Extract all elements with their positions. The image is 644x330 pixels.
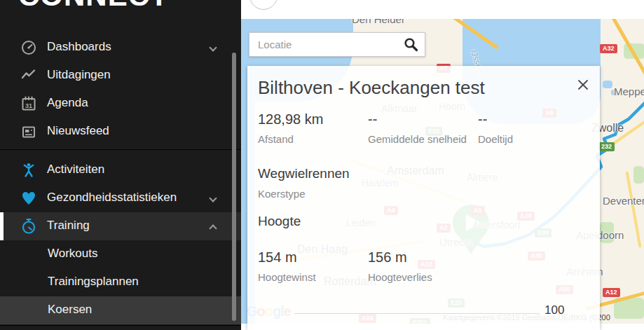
scale-slider-track[interactable] <box>294 313 540 314</box>
elevation-heading: Hoogte <box>258 214 301 229</box>
main-area: Den Helder Meppel Zwolle Deventer Apeldo… <box>241 0 644 330</box>
highway-shield: A32 <box>600 44 617 53</box>
heart-icon <box>20 190 37 207</box>
sidebar: CONNECT Dashboards Uitdagingen 31 Agenda <box>0 0 241 330</box>
search-button[interactable] <box>402 36 420 55</box>
newsfeed-icon <box>20 123 37 140</box>
map-green-area <box>633 166 644 184</box>
sidebar-scrollbar[interactable] <box>232 53 236 321</box>
sidebar-item-activiteiten[interactable]: Activiteiten <box>0 156 241 184</box>
sidebar-item-label: Dashboards <box>47 40 111 54</box>
sidebar-item-label: Agenda <box>47 96 88 110</box>
elevation-gain-value: 154 m <box>258 249 297 266</box>
sidebar-item-koersen[interactable]: Koersen <box>0 296 241 324</box>
sidebar-item-label: Nieuwsfeed <box>47 124 109 138</box>
sidebar-item-training[interactable]: Training <box>0 212 241 240</box>
sidebar-item-label: Gezondheidsstatistieken <box>47 191 177 205</box>
course-detail-panel: Bilthoven - Koeckangen test 128,98 km Af… <box>247 66 600 330</box>
sidebar-item-label: Uitdagingen <box>47 68 111 82</box>
chevron-down-icon <box>209 194 217 202</box>
garmin-connect-app: CONNECT Dashboards Uitdagingen 31 Agenda <box>0 0 644 330</box>
activity-person-icon <box>20 162 37 179</box>
chevron-down-icon <box>209 43 217 51</box>
sidebar-divider <box>0 149 241 150</box>
close-icon <box>577 78 589 91</box>
avg-speed-label: Gemiddelde snelheid <box>368 133 467 145</box>
trend-icon <box>20 67 37 84</box>
map-label-city: Meppel <box>614 85 644 97</box>
sidebar-divider <box>0 325 241 326</box>
sidebar-item-agenda[interactable]: 31 Agenda <box>0 90 241 118</box>
elevation-loss-label: Hoogteverlies <box>368 271 432 283</box>
distance-value: 128,98 km <box>258 111 323 128</box>
stopwatch-icon <box>20 218 37 235</box>
scale-value: 100 <box>544 303 564 317</box>
sidebar-item-workouts[interactable]: Workouts <box>0 240 241 268</box>
topbar <box>241 0 644 19</box>
goal-time-label: Doeltijd <box>478 133 513 145</box>
sidebar-item-label: Activiteiten <box>47 163 104 177</box>
elevation-loss-value: 156 m <box>368 249 407 266</box>
course-title: Bilthoven - Koeckangen test <box>258 77 485 99</box>
course-type-value: Wegwielrennen <box>258 166 350 181</box>
sidebar-item-label: Koersen <box>48 303 92 317</box>
sidebar-item-label: Training <box>47 219 90 233</box>
sidebar-item-label: Trainingsplannen <box>48 275 139 289</box>
distance-label: Afstand <box>258 133 294 145</box>
map-label-city: Den Helder <box>352 19 405 25</box>
svg-text:31: 31 <box>25 102 32 109</box>
avg-speed-value: -- <box>368 111 377 128</box>
water-lake <box>603 81 612 88</box>
topbar-circle-button[interactable] <box>249 0 278 10</box>
sidebar-item-dashboards[interactable]: Dashboards <box>0 34 241 62</box>
sidebar-item-nieuwsfeed[interactable]: Nieuwsfeed <box>0 118 241 146</box>
course-type-label: Koerstype <box>258 188 306 200</box>
location-search <box>249 32 425 57</box>
connect-logo: CONNECT <box>18 0 169 13</box>
gauge-icon <box>20 39 37 56</box>
search-input[interactable] <box>249 33 397 56</box>
sidebar-item-label: Workouts <box>48 247 98 261</box>
sidebar-item-uitdagingen[interactable]: Uitdagingen <box>0 62 241 90</box>
map-label-city: Deventer <box>603 195 644 207</box>
elevation-gain-label: Hoogtewinst <box>258 271 316 283</box>
close-button[interactable] <box>576 78 590 92</box>
highway-shield: 232 <box>598 142 615 151</box>
sidebar-item-trainingsplannen[interactable]: Trainingsplannen <box>0 268 241 296</box>
goal-time-value: -- <box>478 111 487 128</box>
highway-shield: A12 <box>603 288 620 297</box>
calendar-icon: 31 <box>20 95 37 112</box>
search-icon <box>403 36 420 53</box>
sidebar-item-gezondheidsstatistieken[interactable]: Gezondheidsstatistieken <box>0 184 241 212</box>
chevron-up-icon <box>209 224 217 232</box>
